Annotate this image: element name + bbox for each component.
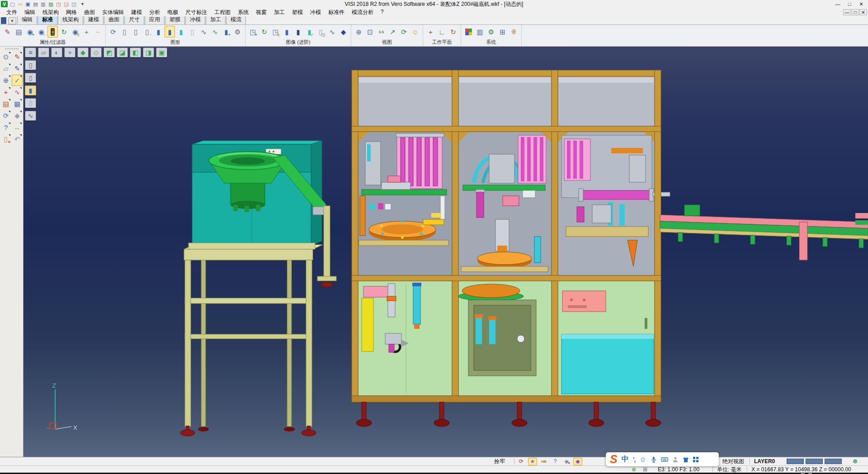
- layer-label[interactable]: LAYER0: [754, 458, 775, 465]
- spline-edit-icon[interactable]: ∿: [12, 86, 23, 98]
- viewport-3d[interactable]: Z X ≡▱◐+◆◇◩◪◧◨▣ ▯▯▮▯∿: [24, 47, 868, 457]
- curve-edit-icon[interactable]: ✎: [12, 63, 23, 74]
- solid-spring-icon[interactable]: ∿: [210, 26, 220, 38]
- show-all-icon[interactable]: +: [81, 26, 92, 38]
- visibility-document-icon[interactable]: ▤: [14, 26, 24, 38]
- rotate-view-icon[interactable]: ⟳: [399, 26, 409, 38]
- layer-swatch[interactable]: [825, 459, 842, 464]
- shading-smiley-icon[interactable]: ☺: [410, 26, 420, 38]
- dynamic-cube-icon[interactable]: ◆: [573, 458, 582, 465]
- view-iso-se-icon[interactable]: ◧: [130, 47, 141, 57]
- display-wireframe-icon[interactable]: ▯: [25, 60, 36, 70]
- menu-item[interactable]: 系统: [234, 9, 252, 16]
- menu-item[interactable]: 加工: [270, 9, 288, 16]
- view-iso-ne-icon[interactable]: ◩: [104, 47, 115, 57]
- units-label[interactable]: 单位: 毫米: [717, 465, 742, 473]
- display-ghost-icon[interactable]: ▯: [25, 98, 36, 108]
- absolute-view-label[interactable]: 绝对视图: [722, 458, 744, 465]
- layer-swatch[interactable]: [787, 459, 804, 464]
- isolate-solid-icon[interactable]: ◆↘: [562, 458, 571, 465]
- context-help-icon[interactable]: ?: [551, 458, 560, 465]
- menu-item[interactable]: 标准件: [325, 9, 348, 16]
- help-icon[interactable]: ?: [0, 122, 11, 133]
- view-iso-nw-icon[interactable]: ◪: [117, 47, 128, 57]
- layer-swatch[interactable]: [806, 459, 823, 464]
- workplane-rotate-icon[interactable]: ↻: [448, 26, 458, 38]
- menu-item[interactable]: 建模: [127, 9, 146, 16]
- tab-标准[interactable]: 标准: [38, 15, 57, 24]
- refresh-graphics-icon[interactable]: ⟳: [108, 26, 118, 38]
- tab-曲面[interactable]: 曲面: [104, 15, 124, 24]
- wire-spring-icon[interactable]: ∿: [198, 26, 209, 38]
- grid-status-icon[interactable]: ⊞: [641, 465, 650, 473]
- zoom-extents-icon[interactable]: ↗: [387, 26, 398, 38]
- menu-item[interactable]: 分析: [146, 9, 164, 16]
- render-cylinder-dark-icon[interactable]: ▮: [293, 26, 303, 38]
- menu-item[interactable]: 线架构: [39, 9, 62, 16]
- filter-traffic-light-icon[interactable]: [47, 26, 58, 38]
- sogou-ime-bar[interactable]: S 中 ’, ☺: [606, 452, 719, 466]
- mdi-minimize-button[interactable]: —: [843, 9, 851, 15]
- solids-show-icon[interactable]: ◳+: [248, 26, 258, 38]
- menu-item[interactable]: 工程图: [211, 9, 234, 16]
- tab-线架构[interactable]: 线架构: [58, 15, 83, 24]
- display-shaded-icon[interactable]: ▮: [25, 85, 36, 95]
- plane-bounds-icon[interactable]: ▱: [0, 63, 11, 74]
- view-front-icon[interactable]: ◇: [90, 47, 102, 57]
- world-icon[interactable]: ⊕: [853, 458, 858, 465]
- ime-microphone-icon[interactable]: [651, 456, 657, 463]
- export-icon[interactable]: ◲: [62, 1, 70, 8]
- display-config-icon[interactable]: ⊞: [497, 26, 508, 38]
- move-xyz-icon[interactable]: +: [0, 86, 11, 98]
- solids-refresh-icon[interactable]: ↻: [259, 26, 269, 38]
- layer-palette-icon[interactable]: ▤: [0, 98, 11, 109]
- measure-distance-icon[interactable]: ↔: [12, 122, 23, 133]
- ime-punctuation-toggle[interactable]: ’,: [633, 456, 636, 463]
- display-hidden-icon[interactable]: ▯: [25, 73, 36, 83]
- maximize-button[interactable]: □: [844, 0, 855, 8]
- shaded-edges-cylinder-icon[interactable]: ▮: [165, 26, 175, 38]
- view-iso-sw-icon[interactable]: ◨: [143, 47, 154, 57]
- ime-toolbox-icon[interactable]: [693, 457, 698, 462]
- menu-item[interactable]: 曲面: [80, 9, 99, 16]
- color-palette-icon[interactable]: [463, 26, 474, 38]
- ime-keyboard-icon[interactable]: [661, 456, 668, 463]
- minimize-button[interactable]: —: [832, 0, 844, 8]
- tab-冲模[interactable]: 冲模: [185, 15, 205, 24]
- graphics-settings-icon[interactable]: ⚙: [232, 26, 243, 38]
- regenerate-icon[interactable]: ⟳: [0, 110, 11, 121]
- quick-access-dropdown-icon[interactable]: ▼: [79, 2, 86, 6]
- new-file-icon[interactable]: ▢: [9, 1, 16, 8]
- shaded-cylinder-icon[interactable]: ▮: [153, 26, 164, 38]
- close-button[interactable]: ✕: [855, 0, 867, 8]
- print-preview-icon[interactable]: ▥: [39, 1, 47, 8]
- show-entities-icon[interactable]: ◉+: [25, 26, 35, 38]
- tab-编辑[interactable]: 编辑: [17, 15, 37, 24]
- layer-manager-icon[interactable]: ▥: [475, 26, 485, 38]
- menu-item[interactable]: 实体编辑: [99, 9, 127, 16]
- menu-item[interactable]: 塑模: [288, 9, 307, 16]
- plot-icon[interactable]: ▨: [47, 1, 55, 8]
- menu-item[interactable]: ?: [377, 9, 387, 16]
- solid-cube-icon[interactable]: ◆: [12, 110, 23, 121]
- hide-entities-icon[interactable]: ◉−: [36, 26, 47, 38]
- hidden-line-cylinder-icon[interactable]: ▯: [131, 26, 141, 38]
- dashed-cylinder-icon[interactable]: ▯·: [142, 26, 152, 38]
- transparent-cylinder-icon[interactable]: ▮: [176, 26, 186, 38]
- import-icon[interactable]: ◳: [55, 1, 62, 8]
- print-icon[interactable]: ▤: [32, 1, 39, 8]
- lock-label[interactable]: 拴牢: [494, 458, 505, 465]
- ime-emoji-icon[interactable]: ☺: [639, 455, 646, 463]
- render-copy-icon[interactable]: ▯◳: [316, 26, 326, 38]
- menu-item[interactable]: 网格: [62, 9, 80, 16]
- ghost-cylinder-icon[interactable]: ▯: [187, 26, 198, 38]
- open-file-icon[interactable]: ▭: [16, 1, 24, 8]
- hide-all-icon[interactable]: −: [93, 26, 103, 38]
- view-axis-icon[interactable]: +: [64, 47, 75, 57]
- sogou-logo-icon[interactable]: S: [610, 454, 618, 465]
- mdi-close-button[interactable]: ✕: [859, 9, 867, 15]
- snap-status-icon[interactable]: ⊕: [629, 465, 638, 473]
- zoom-window-icon[interactable]: ⊡: [365, 26, 375, 38]
- save-file-icon[interactable]: ▣: [24, 1, 32, 8]
- render-spring-icon[interactable]: ∿: [327, 26, 337, 38]
